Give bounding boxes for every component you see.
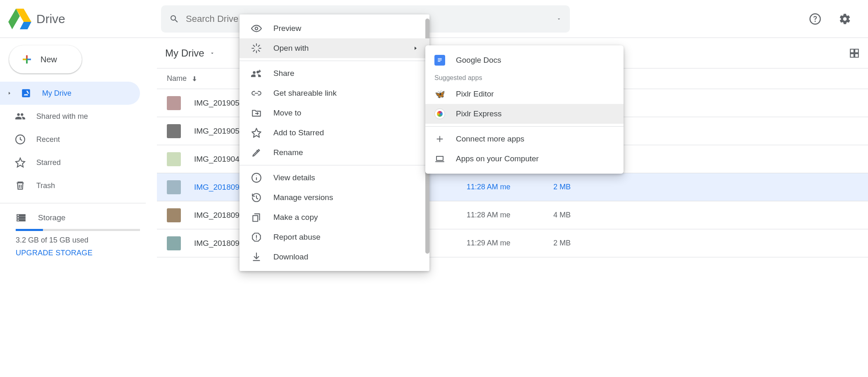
submenu-label: Connect more apps <box>456 134 524 144</box>
file-thumbnail <box>167 96 181 110</box>
submenu-label: Google Docs <box>456 56 501 65</box>
trash-icon <box>15 180 26 191</box>
sort-arrow-icon[interactable] <box>191 75 198 82</box>
menu-report-abuse[interactable]: Report abuse <box>240 227 429 247</box>
menu-download[interactable]: Download <box>240 247 429 267</box>
file-thumbnail <box>167 208 181 222</box>
file-modified: 11:28 AM me <box>467 183 553 191</box>
svg-point-3 <box>255 27 258 30</box>
menu-label: View details <box>273 173 315 182</box>
menu-separator <box>240 165 429 165</box>
sidebar-item-label: Starred <box>36 158 61 167</box>
menu-label: Open with <box>273 44 309 53</box>
file-modified: 11:29 AM me <box>467 239 553 247</box>
storage-usage-text: 3.2 GB of 15 GB used <box>16 236 157 245</box>
new-button[interactable]: New <box>9 45 82 73</box>
menu-label: Manage versions <box>273 193 333 202</box>
open-with-submenu: Google Docs Suggested apps 🦋 Pixlr Edito… <box>425 45 624 174</box>
star-icon <box>251 127 262 138</box>
file-thumbnail <box>167 152 181 166</box>
breadcrumb[interactable]: My Drive <box>165 47 215 59</box>
menu-label: Get shareable link <box>273 89 337 98</box>
submenu-pixlr-express[interactable]: Pixlr Express <box>425 104 624 124</box>
menu-make-copy[interactable]: Make a copy <box>240 207 429 227</box>
gear-icon <box>839 13 851 25</box>
svg-rect-1 <box>17 217 19 218</box>
view-toggle[interactable] <box>849 48 860 59</box>
menu-separator <box>240 61 429 61</box>
menu-share[interactable]: Share <box>240 64 429 83</box>
rename-icon <box>251 147 262 158</box>
menu-label: Add to Starred <box>273 128 324 137</box>
share-icon <box>251 68 262 79</box>
menu-open-with[interactable]: Open with <box>240 38 429 58</box>
submenu-google-docs[interactable]: Google Docs <box>425 50 624 70</box>
menu-move-to[interactable]: Move to <box>240 103 429 123</box>
history-icon <box>251 192 262 203</box>
clock-icon <box>15 134 26 145</box>
storage-bar <box>16 229 140 231</box>
svg-rect-2 <box>17 220 19 221</box>
header: Drive <box>0 0 868 38</box>
file-size: 2 MB <box>553 183 571 191</box>
chevron-right-icon <box>413 45 418 52</box>
sidebar-item-label: My Drive <box>42 89 71 98</box>
submenu-label: Apps on your Computer <box>456 154 539 163</box>
menu-get-link[interactable]: Get shareable link <box>240 83 429 103</box>
sidebar-item-trash[interactable]: Trash <box>0 174 140 197</box>
column-name-label: Name <box>167 74 187 83</box>
sidebar-item-shared[interactable]: Shared with me <box>0 105 140 128</box>
drive-logo-icon <box>8 9 31 29</box>
plus-icon <box>434 134 445 144</box>
breadcrumb-label: My Drive <box>165 47 204 59</box>
sidebar-item-starred[interactable]: Starred <box>0 151 140 174</box>
storage-icon <box>16 212 26 223</box>
storage-section: Storage 3.2 GB of 15 GB used UPGRADE STO… <box>0 212 157 257</box>
sidebar-divider <box>0 203 146 203</box>
my-drive-icon <box>21 88 31 99</box>
copy-icon <box>251 212 262 223</box>
submenu-connect-more[interactable]: Connect more apps <box>425 129 624 149</box>
menu-label: Make a copy <box>273 213 318 222</box>
menu-label: Share <box>273 69 294 78</box>
menu-rename[interactable]: Rename <box>240 143 429 163</box>
settings-button[interactable] <box>835 9 855 29</box>
sidebar-item-label: Shared with me <box>36 112 88 121</box>
submenu-label: Pixlr Express <box>456 109 502 118</box>
help-icon <box>809 13 821 25</box>
submenu-pixlr-editor[interactable]: 🦋 Pixlr Editor <box>425 84 624 104</box>
help-button[interactable] <box>805 9 825 29</box>
submenu-separator <box>425 126 624 127</box>
grid-view-icon[interactable] <box>849 48 860 59</box>
file-thumbnail <box>167 180 181 194</box>
svg-point-4 <box>253 71 256 74</box>
submenu-label: Pixlr Editor <box>456 90 494 99</box>
menu-add-star[interactable]: Add to Starred <box>240 123 429 143</box>
menu-manage-versions[interactable]: Manage versions <box>240 188 429 207</box>
svg-rect-0 <box>17 215 19 216</box>
submenu-apps-on-computer[interactable]: Apps on your Computer <box>425 149 624 169</box>
menu-preview[interactable]: Preview <box>240 19 429 38</box>
download-icon <box>251 252 262 262</box>
file-thumbnail <box>167 124 181 138</box>
menu-label: Preview <box>273 24 301 33</box>
upgrade-storage-link[interactable]: UPGRADE STORAGE <box>16 249 157 257</box>
menu-view-details[interactable]: View details <box>240 168 429 188</box>
file-modified: 11:28 AM me <box>467 211 553 219</box>
header-actions <box>805 9 860 29</box>
storage-row[interactable]: Storage <box>16 212 157 223</box>
submenu-heading-suggested: Suggested apps <box>425 70 624 84</box>
sidebar-item-label: Recent <box>36 135 60 144</box>
sidebar-item-label: Trash <box>36 181 55 190</box>
info-icon <box>251 172 262 183</box>
logo-section[interactable]: Drive <box>8 9 153 29</box>
search-options-dropdown-icon[interactable] <box>556 16 562 22</box>
people-icon <box>15 111 26 122</box>
file-thumbnail <box>167 236 181 250</box>
context-menu: Preview Open with Share Get shareable li… <box>240 14 429 271</box>
pixlr-editor-icon: 🦋 <box>434 89 445 99</box>
sidebar-item-recent[interactable]: Recent <box>0 128 140 151</box>
new-button-label: New <box>40 55 57 64</box>
sidebar-item-my-drive[interactable]: My Drive <box>0 82 140 105</box>
file-size: 4 MB <box>553 211 571 219</box>
